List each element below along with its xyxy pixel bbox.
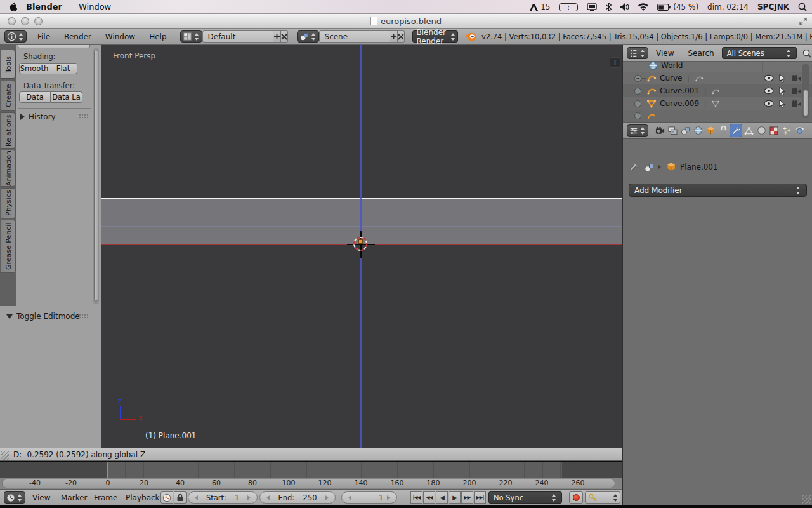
close-scene-button[interactable] (398, 30, 405, 43)
outliner-editor-type-button[interactable] (627, 47, 648, 59)
start-increment-icon[interactable] (247, 495, 251, 500)
battery-indicator[interactable]: (45 %) (657, 3, 698, 11)
record-button[interactable] (569, 491, 583, 504)
menu-window[interactable]: Window (98, 32, 142, 41)
region-expand-button[interactable]: + (610, 57, 620, 68)
editor-type-button[interactable] (4, 30, 27, 43)
add-scene-button[interactable] (390, 30, 398, 43)
close-layout-button[interactable] (281, 30, 288, 43)
tab-relations[interactable]: Relations (1, 112, 16, 149)
input-source[interactable]: SPCJNK (757, 3, 789, 11)
render-camera-icon[interactable] (791, 100, 801, 108)
menu-render[interactable]: Render (57, 32, 98, 41)
tab-texture[interactable] (768, 124, 780, 137)
data-button[interactable]: Data (19, 91, 51, 103)
window-resize-icon[interactable] (799, 18, 807, 25)
outliner-search-icon[interactable] (802, 48, 812, 58)
menubar-menu-window[interactable]: Window (79, 2, 111, 11)
operator-grip-icon[interactable] (79, 314, 88, 319)
tab-scene[interactable] (679, 124, 691, 137)
cursor-arrow-icon[interactable] (778, 74, 786, 83)
frame-decrement-icon[interactable] (348, 495, 351, 500)
timeline-ruler[interactable]: -40 -20 0 20 40 60 80 100 120 140 160 18… (0, 478, 622, 489)
frame-start-field[interactable]: Start: 1 (188, 491, 258, 504)
lock-time-button[interactable] (174, 491, 187, 504)
properties-resize-grip[interactable] (802, 495, 811, 504)
timeline-menu-frame[interactable]: Frame (94, 493, 117, 502)
jump-to-start-button[interactable]: |◀◀ (410, 491, 422, 504)
scene-name-field[interactable]: Scene (319, 30, 390, 43)
timeline-menu-marker[interactable]: Marker (61, 493, 87, 502)
volume-icon[interactable] (620, 3, 629, 11)
outliner-scrollbar-thumb[interactable] (803, 90, 808, 116)
timeline-canvas[interactable] (0, 462, 622, 478)
region-resize-grip[interactable] (1, 451, 9, 460)
jump-to-end-button[interactable]: ▶▶| (474, 491, 486, 504)
auto-keying-set-button[interactable] (585, 491, 620, 504)
frame-end-field[interactable]: End: 250 (259, 491, 336, 504)
tool-shelf-scrollbar[interactable] (93, 48, 99, 304)
tab-modifiers[interactable] (730, 124, 742, 137)
scene-browse-button[interactable] (297, 30, 319, 43)
scene-filter-select[interactable]: All Scenes (722, 47, 797, 59)
battery-time-indicator[interactable]: --:-- (559, 3, 578, 11)
menubar-app-name[interactable]: Blender (26, 2, 62, 11)
shade-smooth-button[interactable]: Smooth (19, 63, 49, 74)
menu-file[interactable]: File (30, 32, 57, 41)
render-engine-select[interactable]: Blender Render (412, 30, 459, 43)
tab-create[interactable]: Create (1, 81, 16, 111)
tool-shelf-scrollbar-thumb[interactable] (94, 50, 98, 301)
eye-icon[interactable] (764, 74, 774, 82)
time-display-toggle-button[interactable] (160, 491, 173, 504)
timeline-menu-playback[interactable]: Playback (126, 493, 160, 502)
outliner-row-curve-009[interactable]: + Curve.009 ❘ (623, 97, 812, 110)
tab-physics[interactable] (793, 124, 806, 137)
frame-increment-icon[interactable] (387, 495, 390, 500)
tab-physics[interactable]: Physics (1, 188, 16, 218)
next-keyframe-button[interactable]: ▶▶ (461, 491, 473, 504)
tab-object[interactable] (704, 124, 717, 137)
outliner-row-world[interactable]: World (623, 62, 812, 72)
cursor-arrow-icon[interactable] (778, 86, 786, 95)
display-icon[interactable] (587, 3, 597, 11)
app-indicator[interactable]: 15 (529, 3, 550, 11)
cursor-arrow-icon[interactable] (778, 99, 786, 108)
outliner-menu-search[interactable]: Search (688, 49, 714, 58)
play-button[interactable]: ▶ (449, 491, 461, 504)
menu-help[interactable]: Help (142, 32, 173, 41)
sync-mode-select[interactable]: No Sync (488, 491, 562, 504)
add-modifier-button[interactable]: Add Modifier (629, 184, 807, 197)
outliner-scrollbar[interactable] (802, 64, 809, 118)
timeline-scrollbar[interactable] (2, 479, 615, 488)
tab-world[interactable] (691, 124, 704, 137)
spotlight-icon[interactable] (798, 3, 807, 11)
screen-layout-field[interactable]: Default (202, 30, 273, 43)
eye-icon[interactable] (764, 100, 774, 107)
end-increment-icon[interactable] (325, 495, 329, 500)
data-layout-button[interactable]: Data La (51, 91, 82, 103)
history-grip-icon[interactable] (79, 114, 88, 119)
window-minimize-button[interactable] (21, 17, 29, 25)
prev-keyframe-button[interactable]: ◀◀ (423, 491, 435, 504)
breadcrumb-object-name[interactable]: Plane.001 (680, 163, 718, 171)
shade-flat-button[interactable]: Flat (49, 63, 77, 74)
render-camera-icon[interactable] (791, 74, 801, 83)
screen-layout-button[interactable] (180, 30, 202, 43)
pin-icon[interactable] (629, 163, 639, 172)
outliner-row-curve[interactable]: + Curve ❘ (623, 72, 812, 84)
timeline-playhead[interactable] (107, 462, 108, 478)
start-decrement-icon[interactable] (195, 495, 198, 500)
menubar-clock[interactable]: dim. 02:14 (707, 3, 749, 11)
eye-icon[interactable] (764, 87, 774, 95)
tab-constraints[interactable] (717, 124, 730, 137)
properties-editor-type-button[interactable] (627, 124, 648, 137)
add-layout-button[interactable] (273, 30, 281, 43)
tab-animation[interactable]: Animation (1, 150, 16, 187)
object-context-icon[interactable] (644, 163, 654, 172)
play-reverse-button[interactable]: ◀ (436, 491, 448, 504)
expand-icon[interactable]: + (634, 75, 641, 82)
tab-particles[interactable] (780, 124, 793, 137)
object-origin-point[interactable] (358, 239, 363, 244)
wifi-icon[interactable] (638, 3, 648, 11)
expand-icon[interactable]: + (634, 100, 641, 107)
